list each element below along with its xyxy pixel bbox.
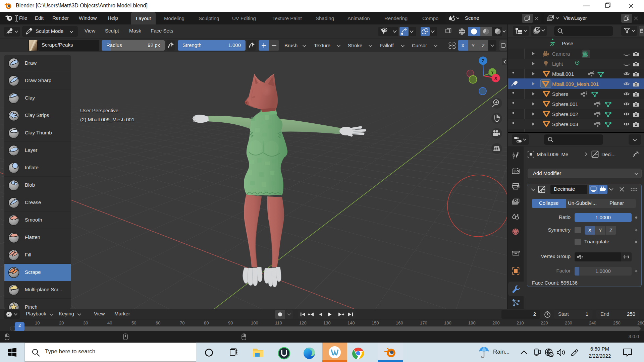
svg-text:Sphere.002: Sphere.002 bbox=[552, 111, 578, 117]
svg-text:Sphere.001: Sphere.001 bbox=[552, 101, 578, 107]
svg-text:Pose: Pose bbox=[562, 41, 573, 46]
svg-text:Mball.009_Mesh.001: Mball.009_Mesh.001 bbox=[552, 81, 599, 87]
svg-text:Sphere.003: Sphere.003 bbox=[552, 121, 578, 127]
svg-text:Z: Z bbox=[482, 58, 484, 63]
svg-text:Camera: Camera bbox=[552, 51, 570, 57]
svg-text:Mball.001: Mball.001 bbox=[552, 71, 574, 77]
svg-text:X: X bbox=[494, 76, 497, 81]
svg-text:Y: Y bbox=[491, 70, 494, 75]
svg-text:Light: Light bbox=[552, 61, 563, 67]
svg-text:Sphere: Sphere bbox=[552, 91, 568, 97]
